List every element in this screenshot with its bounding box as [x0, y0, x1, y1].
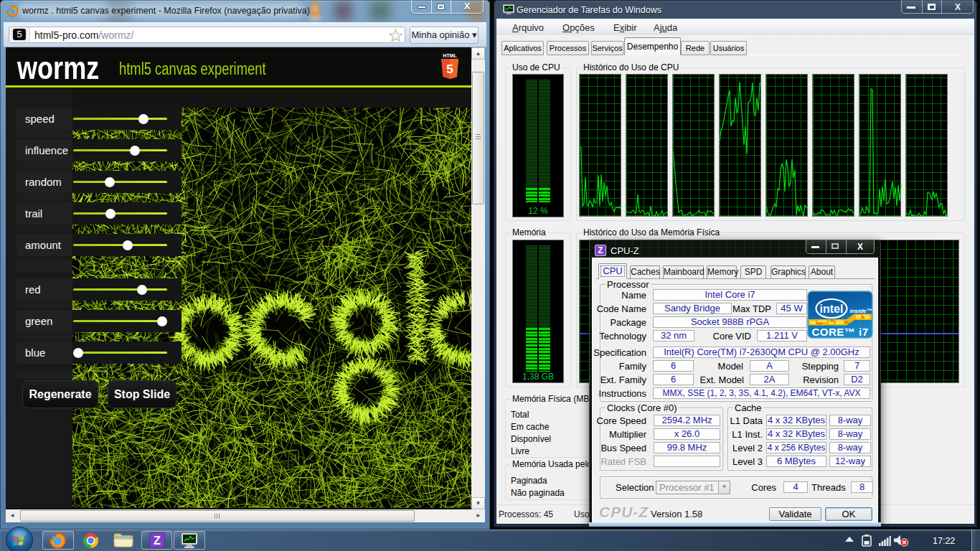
svg-text:intel: intel [820, 303, 844, 315]
svg-text:5: 5 [446, 62, 453, 76]
svg-text:CORE™ i7: CORE™ i7 [811, 326, 868, 338]
svg-text:HTML: HTML [443, 53, 457, 58]
svg-text:inside™: inside™ [849, 308, 872, 314]
